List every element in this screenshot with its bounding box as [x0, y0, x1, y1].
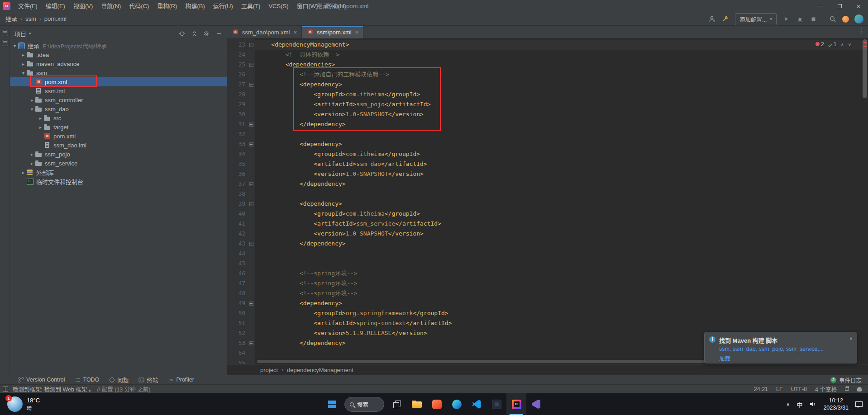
line-ending[interactable]: LF — [776, 386, 783, 392]
menu-item[interactable]: 构建(B) — [181, 0, 209, 12]
editor-tab[interactable]: ssm\pom.xml× — [302, 26, 363, 38]
fold-open-icon[interactable] — [249, 83, 253, 87]
expand-arrow-icon[interactable]: ▸ — [20, 61, 26, 66]
fold-column[interactable] — [247, 43, 255, 47]
start-button[interactable] — [322, 393, 342, 415]
add-configuration-button[interactable]: 添加配置...▾ — [735, 13, 777, 25]
next-problem-icon[interactable]: ∨ — [848, 42, 851, 47]
tree-item[interactable]: ▾ssm — [10, 68, 227, 77]
breadcrumb-item[interactable]: ssm — [25, 15, 36, 22]
expand-arrow-icon[interactable]: ▸ — [29, 152, 35, 157]
expand-arrow-icon[interactable]: ▾ — [12, 43, 18, 48]
search-everywhere-icon[interactable] — [829, 15, 837, 23]
expand-arrow-icon[interactable]: ▸ — [29, 98, 35, 103]
fold-close-icon[interactable] — [249, 341, 253, 345]
tree-item[interactable]: ▸target — [10, 123, 227, 132]
menu-item[interactable]: 代码(C) — [125, 0, 153, 12]
tree-item[interactable]: ▾继承E:\IdeaProjects\代码\继承 — [10, 41, 227, 50]
fold-open-icon[interactable] — [249, 63, 253, 67]
error-stripe-mark[interactable] — [863, 42, 867, 43]
stop-icon[interactable] — [809, 15, 817, 23]
expand-arrow-icon[interactable]: ▾ — [29, 107, 35, 112]
run-icon[interactable] — [782, 15, 790, 23]
fold-column[interactable] — [247, 182, 255, 186]
fold-open-icon[interactable] — [249, 43, 253, 47]
expand-arrow-icon[interactable]: ▸ — [20, 52, 26, 57]
hidden-icons-chevron[interactable]: ∧ — [786, 401, 790, 407]
breadcrumb-item[interactable]: pom.xml — [44, 15, 67, 22]
user-icon[interactable] — [708, 15, 716, 23]
wrench-icon[interactable] — [721, 15, 730, 23]
prev-problem-icon[interactable]: ∧ — [840, 42, 844, 47]
expand-arrow-icon[interactable]: ▸ — [20, 170, 26, 175]
project-panel-title[interactable]: 项目▾ — [14, 29, 31, 38]
minimize-button[interactable] — [811, 0, 830, 12]
tree-item[interactable]: pom.xml — [10, 132, 227, 141]
fold-column[interactable] — [247, 242, 255, 246]
expand-arrow-icon[interactable]: ▸ — [29, 161, 35, 166]
action-center-icon[interactable] — [855, 401, 863, 408]
menu-item[interactable]: 编辑(E) — [42, 0, 69, 12]
fold-column[interactable] — [247, 83, 255, 87]
project-stripe-icon[interactable] — [2, 30, 8, 36]
tree-item[interactable]: ▸ssm_service — [10, 159, 227, 168]
file-encoding[interactable]: UTF-8 — [791, 386, 807, 392]
fold-column[interactable] — [247, 63, 255, 67]
dev-tools-button[interactable] — [486, 393, 506, 415]
expand-arrow-icon[interactable]: ▸ — [38, 125, 43, 130]
menu-item[interactable]: 文件(F) — [14, 0, 42, 12]
tree-item[interactable]: ▸maven_advance — [10, 59, 227, 68]
fold-close-icon[interactable] — [249, 123, 253, 127]
settings-gear-icon[interactable] — [203, 30, 210, 37]
tree-item[interactable]: ▸ssm_controller — [10, 95, 227, 104]
close-button[interactable]: × — [849, 0, 868, 12]
taskbar-search[interactable]: 搜索 — [344, 397, 384, 412]
menu-item[interactable]: 重构(R) — [153, 0, 181, 12]
notification-module-links[interactable]: ssm, ssm_dao, ssm_pojo, ssm_service,... — [719, 346, 824, 352]
tree-item[interactable]: pom.xml — [10, 77, 227, 86]
fold-close-icon[interactable] — [249, 242, 253, 246]
tab-close-icon[interactable]: × — [355, 29, 359, 35]
menu-item[interactable]: 导航(N) — [97, 0, 125, 12]
menu-item[interactable]: 视图(V) — [69, 0, 97, 12]
error-stripe-mark[interactable] — [863, 46, 867, 47]
event-log-button[interactable]: 2 事件日志 — [830, 376, 862, 384]
notification-expand-icon[interactable]: ∨ — [849, 336, 853, 341]
tool-window-button-vcs[interactable]: Version Control — [18, 377, 65, 383]
maximize-button[interactable] — [830, 0, 849, 12]
tree-item[interactable]: ▸外部库 — [10, 168, 227, 177]
code-editor[interactable]: 23 <dependencyManagement>24 <!--具体的依赖-->… — [227, 38, 868, 364]
tree-item[interactable]: ssm_dao.iml — [10, 141, 227, 150]
caret-position[interactable]: 24:21 — [754, 386, 768, 392]
fold-column[interactable] — [247, 341, 255, 345]
collapse-all-icon[interactable] — [191, 30, 198, 37]
hide-panel-icon[interactable] — [215, 30, 222, 37]
fold-column[interactable] — [247, 202, 255, 206]
fold-open-icon[interactable] — [249, 202, 253, 206]
fold-column[interactable] — [247, 123, 255, 127]
vscode-button[interactable] — [467, 393, 486, 415]
expand-arrow-icon[interactable]: ▸ — [38, 116, 43, 121]
locate-file-icon[interactable] — [179, 30, 186, 37]
tree-item[interactable]: ▸src — [10, 113, 227, 123]
scrollbar-thumb[interactable] — [863, 39, 867, 98]
code-with-me-icon[interactable] — [842, 16, 849, 23]
vertical-scrollbar[interactable] — [863, 38, 867, 364]
structure-stripe-icon[interactable] — [2, 40, 8, 46]
fold-column[interactable] — [247, 302, 255, 306]
red-app-button[interactable] — [427, 393, 447, 415]
tool-window-button-todo[interactable]: TODO — [75, 377, 99, 383]
fold-open-icon[interactable] — [249, 142, 253, 146]
ime-indicator[interactable]: 中 — [796, 400, 802, 409]
file-explorer-button[interactable] — [407, 393, 427, 415]
intellij-idea-button[interactable] — [506, 393, 526, 415]
tool-window-switcher-icon[interactable] — [3, 387, 8, 392]
edge-browser-button[interactable] — [447, 393, 467, 415]
expand-arrow-icon[interactable]: ▾ — [20, 71, 26, 75]
menu-item[interactable]: 运行(U) — [209, 0, 237, 12]
editor-breadcrumb-item[interactable]: dependencyManagement — [287, 367, 353, 373]
tool-window-button-terminal[interactable]: 终端 — [138, 376, 158, 384]
user-avatar[interactable] — [854, 14, 863, 24]
highlighting-level-icon[interactable] — [857, 387, 862, 391]
volume-icon[interactable] — [809, 401, 816, 408]
